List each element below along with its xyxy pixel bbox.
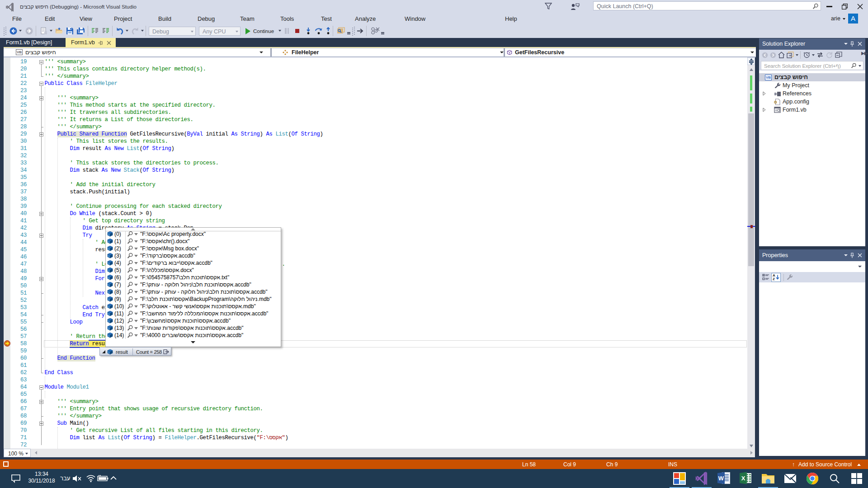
svg-text:X: X [741,475,745,482]
svg-text:W: W [718,475,724,482]
